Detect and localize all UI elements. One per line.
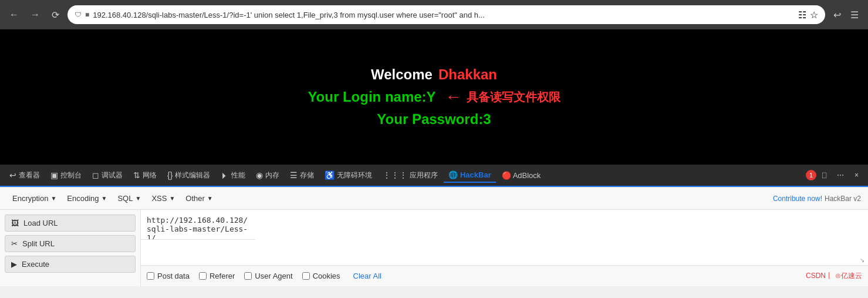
back-button[interactable]: ← [6,7,22,22]
post-data-checkbox[interactable] [147,272,154,280]
password-text: Your Password:3 [377,111,491,127]
encryption-label: Encryption [12,194,48,203]
forward-button[interactable]: → [27,7,43,22]
dhakkan-text: Dhakkan [438,66,497,83]
user-agent-checkbox-label[interactable]: User Agent [244,272,292,280]
menu-button[interactable]: ☰ [847,7,862,23]
perf-label: 性能 [231,170,245,180]
execute-button[interactable]: ▶ Execute [5,256,136,273]
hackbar-label: HackBar [460,170,491,179]
execute-icon: ▶ [11,260,17,269]
url-area-wrapper: ↘ [141,210,868,265]
red-arrow-icon: ← [445,88,462,106]
execute-label: Execute [22,260,49,269]
debugger-label: 调试器 [102,170,123,180]
other-arrow-icon: ▼ [207,195,213,202]
devtool-network-btn[interactable]: ⇅ 网络 [129,168,161,183]
undo-button[interactable]: ↩ [830,7,845,23]
split-url-button[interactable]: ✂ Split URL [5,235,136,252]
devtool-style-btn[interactable]: {} 样式编辑器 [163,168,215,183]
referer-checkbox[interactable] [199,272,207,280]
cookies-checkbox-label[interactable]: Cookies [302,272,340,280]
welcome-line: Welcome Dhakkan [371,66,497,83]
xss-arrow-icon: ▼ [169,195,175,202]
menu-encoding[interactable]: Encoding ▼ [62,192,112,205]
annotation-text: 具备读写文件权限 [467,89,560,105]
devtool-inspector-btn[interactable]: ↩ 查看器 [5,168,45,183]
load-url-icon: 🖼 [11,219,19,227]
inspector-label: 查看器 [19,170,40,180]
security-icon: 🛡 [75,11,82,19]
hackbar-sidebar: 🖼 Load URL ✂ Split URL ▶ Execute [0,210,141,286]
browser-actions: ↩ ☰ [830,7,862,23]
menu-other[interactable]: Other ▼ [180,192,218,205]
login-line: Your Login name:Y ← 具备读写文件权限 [308,88,560,106]
devtools-toolbar: ↩ 查看器 ▣ 控制台 ◻ 调试器 ⇅ 网络 {} 样式编辑器 ⏵ 性能 ◉ 内… [0,165,868,187]
encryption-arrow-icon: ▼ [50,195,56,202]
menu-encryption[interactable]: Encryption ▼ [7,192,62,205]
devtool-perf-btn[interactable]: ⏵ 性能 [216,168,250,183]
encoding-arrow-icon: ▼ [102,195,107,202]
referer-checkbox-label[interactable]: Referer [199,272,235,280]
adblock-tab-btn[interactable]: 🔴 AdBlock [497,169,546,182]
page-content: Welcome Dhakkan Your Login name:Y ← 具备读写… [0,29,868,165]
post-data-label: Post data [157,272,190,280]
csdn-brand: CSDN丨 [806,271,833,281]
hackbar-main: ↘ Post data Referer User Agent C [141,210,868,286]
style-label: 样式编辑器 [175,170,210,180]
cookies-checkbox[interactable] [302,272,310,280]
xss-label: XSS [151,194,167,203]
storage-label: 存储 [300,170,314,180]
other-label: Other [185,194,205,203]
devtool-debugger-btn[interactable]: ◻ 调试器 [87,168,127,183]
encoding-label: Encoding [67,194,99,203]
bookmark-icon: ☆ [810,9,818,21]
referer-label: Referer [210,272,235,280]
adblock-label: AdBlock [513,171,541,180]
menu-sql[interactable]: SQL ▼ [112,192,146,205]
hackbar-menubar: Encryption ▼ Encoding ▼ SQL ▼ XSS ▼ Othe… [0,187,868,210]
clear-all-button[interactable]: Clear All [350,270,385,282]
load-url-button[interactable]: 🖼 Load URL [5,215,136,232]
devtool-accessibility-btn[interactable]: ♿ 无障碍环境 [320,168,377,183]
yisu-brand: ⊙亿速云 [835,271,862,281]
qr-icon: ☷ [798,9,806,21]
more-tools-button[interactable]: ⋯ [832,169,849,182]
password-line: Your Password:3 [377,111,491,128]
devtool-apps-btn[interactable]: ⋮⋮⋮ 应用程序 [378,168,443,183]
user-agent-label: User Agent [255,272,292,280]
notification-badge: 1 [806,170,816,180]
reload-button[interactable]: ⟳ [48,7,63,23]
inspector-icon: ↩ [9,170,16,180]
perf-icon: ⏵ [221,170,229,180]
storage-icon: ☰ [290,170,298,180]
hackbar-tab-btn[interactable]: 🌐 HackBar [444,168,495,183]
user-agent-checkbox[interactable] [244,272,252,280]
post-data-checkbox-label[interactable]: Post data [147,272,190,280]
accessibility-icon: ♿ [325,170,335,180]
cookies-label: Cookies [313,272,340,280]
address-input[interactable] [93,11,795,19]
apps-icon: ⋮⋮⋮ [383,170,407,180]
apps-label: 应用程序 [410,170,438,180]
contribute-link[interactable]: Contribute now! [773,195,822,203]
console-label: 控制台 [60,170,82,180]
devtool-storage-btn[interactable]: ☰ 存储 [285,168,319,183]
accessibility-label: 无障碍环境 [337,170,372,180]
close-devtools-button[interactable]: × [850,169,863,182]
menu-xss[interactable]: XSS ▼ [146,192,180,205]
devtool-memory-btn[interactable]: ◉ 内存 [251,168,284,183]
hackbar-body: 🖼 Load URL ✂ Split URL ▶ Execute ↘ [0,210,868,286]
hackbar-globe-icon: 🌐 [448,170,458,179]
load-url-label: Load URL [23,219,58,227]
devtool-console-btn[interactable]: ▣ 控制台 [46,168,86,183]
welcome-text: Welcome [371,66,433,83]
arrow-annotation: ← 具备读写文件权限 [445,88,560,106]
url-textarea[interactable] [141,210,255,240]
sql-arrow-icon: ▼ [135,195,141,202]
style-icon: {} [167,170,173,180]
split-url-icon: ✂ [11,239,18,248]
login-name-text: Your Login name:Y [308,89,435,105]
detach-button[interactable]: ⎕ [818,169,831,182]
browser-chrome: ← → ⟳ 🛡 ■ ☷ ☆ ↩ ☰ [0,0,868,29]
